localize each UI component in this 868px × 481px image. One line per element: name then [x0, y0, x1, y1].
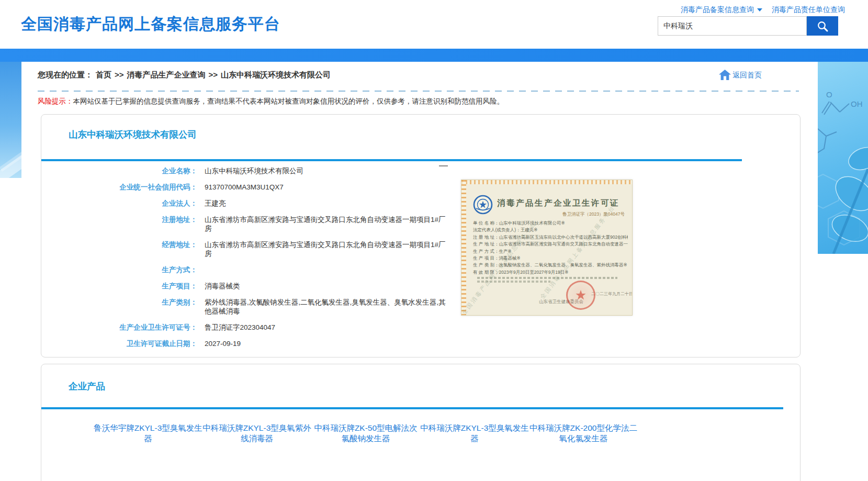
field-label: 生产类别： [41, 298, 197, 316]
nav-link-responsible-unit-query-label: 消毒产品责任单位查询 [772, 5, 845, 15]
right-background-art: O OH [818, 62, 868, 254]
health-commission-emblem-icon [473, 195, 493, 217]
field-label: 卫生许可证截止日期： [41, 339, 197, 348]
products-section-rule [41, 407, 783, 409]
breadcrumb-item-home[interactable]: 首页 [96, 70, 111, 79]
field-row: 企业法人：王建亮 [41, 195, 491, 211]
seal-star-icon [575, 289, 587, 301]
top-banner-band [0, 49, 868, 62]
field-label: 生产项目： [41, 282, 197, 290]
certificate-title: 消毒产品生产企业卫生许可证 [497, 198, 619, 209]
certificate-lines: 单 位 名 称：山东中科瑞沃环境技术有限公司※ 法定代表人(或负责人)：王建亮※… [473, 220, 628, 276]
certificate-line: 法定代表人(或负责人)：王建亮※ [473, 227, 628, 233]
official-red-seal [566, 281, 595, 310]
certificate-issue-date: 二〇二三年九月二十日 [591, 291, 633, 297]
molecule-flower-illustration: O OH [818, 62, 868, 254]
search-icon [816, 20, 829, 32]
breadcrumb-item-enterprise-query[interactable]: 消毒产品生产企业查询 [127, 70, 206, 79]
certificate-border-ornament-left [461, 180, 466, 315]
product-link[interactable]: 中科瑞沃牌ZK-50型电解法次氯酸钠发生器 [311, 423, 420, 444]
field-value: 王建亮 [205, 199, 446, 208]
field-value: 山东省潍坊市高新区潍安路与宝通街交叉路口东北角自动变速器一期项目1#厂房 [205, 240, 446, 258]
field-value: 紫外线消毒器,次氯酸钠发生器,二氧化氯发生器,臭氧发生器、臭氧水发生器,其他器械… [205, 298, 446, 316]
scan-mark-dash [439, 165, 448, 166]
field-row: 生产方式： [41, 262, 491, 278]
products-card-title: 企业产品 [69, 380, 105, 393]
field-row: 注册地址：山东省潍坊市高新区潍安路与宝通街交叉路口东北角自动变速器一期项目1#厂… [41, 211, 491, 237]
dashed-divider [38, 91, 799, 92]
company-section-rule [41, 159, 742, 161]
certificate-line: 生 产 地 址：山东省潍坊市高新区潍安路与宝通街交叉路口东北角自动变速器一期项目… [473, 241, 628, 248]
certificate-fine-print [477, 277, 617, 279]
breadcrumb: 您现在的位置：首页>>消毒产品生产企业查询>>山东中科瑞沃环境技术有限公司 [38, 70, 334, 80]
nav-link-filing-query-label: 消毒产品备案信息查询 [681, 5, 754, 15]
field-row: 生产企业卫生许可证号：鲁卫消证字202304047 [41, 319, 491, 335]
certificate-line: 生 产 类 别：次氯酸钠发生器、二氧化氯发生器、臭氧发生器、紫外线消毒器※ [473, 262, 628, 269]
products-card: 企业产品 鲁沃华宇牌ZKYL-3型臭氧发生器 中科瑞沃牌ZKYL-3型臭氧紫外线… [41, 364, 801, 481]
field-value: 鲁卫消证字202304047 [205, 323, 446, 332]
field-row: 经营地址：山东省潍坊市高新区潍安路与宝通街交叉路口东北角自动变速器一期项目1#厂… [41, 237, 491, 262]
site-title: 全国消毒产品网上备案信息服务平台 [21, 14, 280, 35]
field-row: 企业统一社会信用代码：91370700MA3M3U1QX7 [41, 179, 491, 195]
svg-text:OH: OH [851, 99, 863, 108]
field-row: 生产项目：消毒器械类 [41, 278, 491, 294]
svg-text:O: O [826, 90, 832, 99]
field-value [205, 265, 446, 274]
field-label: 生产企业卫生许可证号： [41, 323, 197, 332]
field-value: 2027-09-19 [205, 339, 446, 348]
field-row: 卫生许可证截止日期：2027-09-19 [41, 335, 491, 352]
field-label: 经营地址： [41, 240, 197, 258]
risk-notice-label: 风险提示： [38, 97, 73, 105]
page: 全国消毒产品网上备案信息服务平台 消毒产品备案信息查询 消毒产品责任单位查询 [0, 0, 868, 481]
search-input[interactable] [658, 16, 807, 36]
field-label: 企业法人： [41, 199, 197, 208]
field-value: 山东省潍坊市高新区潍安路与宝通街交叉路口东北角自动变速器一期项目1#厂房 [205, 215, 446, 233]
field-row: 生产类别：紫外线消毒器,次氯酸钠发生器,二氧化氯发生器,臭氧发生器、臭氧水发生器… [41, 294, 491, 319]
product-link[interactable]: 中科瑞沃牌ZKYL-3型臭氧紫外线消毒器 [202, 423, 311, 444]
search-button[interactable] [807, 16, 838, 36]
nav-link-filing-query[interactable]: 消毒产品备案信息查询 [681, 5, 762, 15]
company-card: 山东中科瑞沃环境技术有限公司 企业名称：山东中科瑞沃环境技术有限公司 企业统一社… [41, 114, 801, 357]
left-background-art [0, 62, 21, 178]
certificate-line: 有 效 期 限：2023年9月20日至2027年9月19日※ [473, 269, 628, 276]
top-nav: 消毒产品备案信息查询 消毒产品责任单位查询 [657, 5, 845, 15]
certificate-line: 生 产 项 目：消毒器械※ [473, 255, 628, 262]
field-label: 企业统一社会信用代码： [41, 183, 197, 192]
products-list: 鲁沃华宇牌ZKYL-3型臭氧发生器 中科瑞沃牌ZKYL-3型臭氧紫外线消毒器 中… [94, 423, 753, 457]
field-value: 消毒器械类 [205, 282, 446, 290]
back-home-label: 返回首页 [732, 71, 762, 80]
nav-link-responsible-unit-query[interactable]: 消毒产品责任单位查询 [772, 5, 845, 15]
breadcrumb-item-current: 山东中科瑞沃环境技术有限公司 [221, 70, 331, 79]
field-value: 山东中科瑞沃环境技术有限公司 [205, 166, 446, 175]
product-link[interactable]: 中科瑞沃牌ZK-200型化学法二氧化氯发生器 [529, 423, 638, 444]
certificate-number: 鲁卫消证字（2023）第04047号 [562, 211, 625, 218]
certificate-line: 注 册 地 址：山东省潍坊高新区玉清东街以北中心次干道以西高新大厦902创科楼 [473, 234, 628, 241]
home-icon [719, 70, 731, 80]
field-value: 91370700MA3M3U1QX7 [205, 183, 446, 192]
back-home-link[interactable]: 返回首页 [719, 70, 762, 80]
company-card-title: 山东中科瑞沃环境技术有限公司 [69, 128, 197, 141]
risk-notice: 风险提示：本网站仅基于已掌握的信息提供查询服务，查询结果不代表本网站对被查询对象… [38, 97, 504, 106]
certificate-fine-print [477, 281, 550, 283]
field-row: 企业名称：山东中科瑞沃环境技术有限公司 [41, 163, 491, 179]
chevron-down-icon [757, 8, 762, 12]
field-label: 企业名称： [41, 166, 197, 175]
field-label: 生产方式： [41, 265, 197, 274]
company-fields: 企业名称：山东中科瑞沃环境技术有限公司 企业统一社会信用代码：91370700M… [41, 163, 491, 352]
certificate-line: 单 位 名 称：山东中科瑞沃环境技术有限公司※ [473, 220, 628, 227]
product-link[interactable]: 鲁沃华宇牌ZKYL-3型臭氧发生器 [94, 423, 202, 444]
risk-notice-text: 本网站仅基于已掌握的信息提供查询服务，查询结果不代表本网站对被查询对象信用状况的… [73, 97, 504, 105]
certificate-line: 生 产 方 式：生产※ [473, 248, 628, 255]
breadcrumb-separator: >> [115, 70, 124, 79]
certificate-border-ornament-top [461, 180, 632, 184]
field-label: 注册地址： [41, 215, 197, 233]
breadcrumb-prefix: 您现在的位置： [38, 70, 93, 79]
product-link[interactable]: 中科瑞沃牌ZKYL-3型臭氧发生器 [420, 423, 529, 444]
breadcrumb-separator: >> [209, 70, 218, 79]
certificate-image: 全国消毒产品网上备案信息服务平台 全国消毒产品网上备案信息服务平台 消毒产品生产… [461, 180, 633, 316]
